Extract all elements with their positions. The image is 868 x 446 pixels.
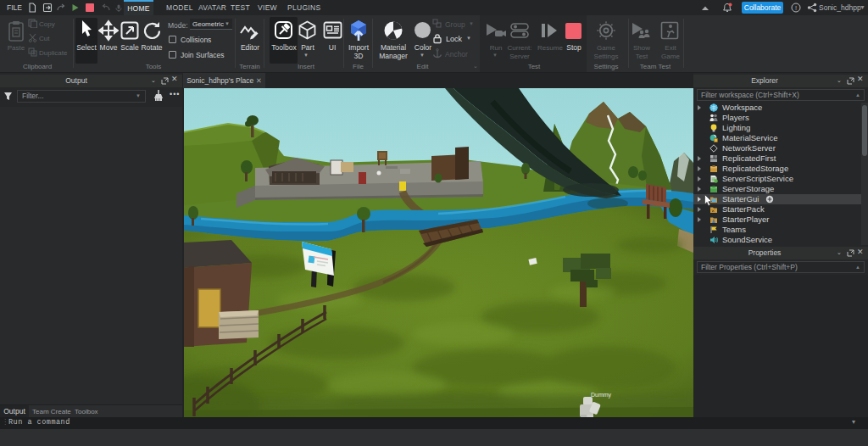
svg-text:Dummy: Dummy	[591, 392, 612, 399]
svg-text:!: !	[795, 4, 797, 12]
